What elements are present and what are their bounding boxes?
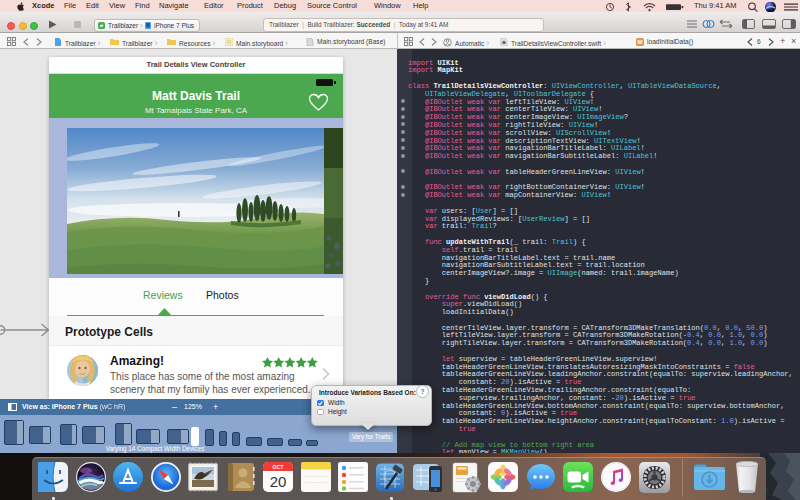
svg-text:M: M: [638, 39, 643, 45]
svg-text:OCT: OCT: [273, 464, 285, 470]
svg-text:20: 20: [270, 473, 287, 490]
